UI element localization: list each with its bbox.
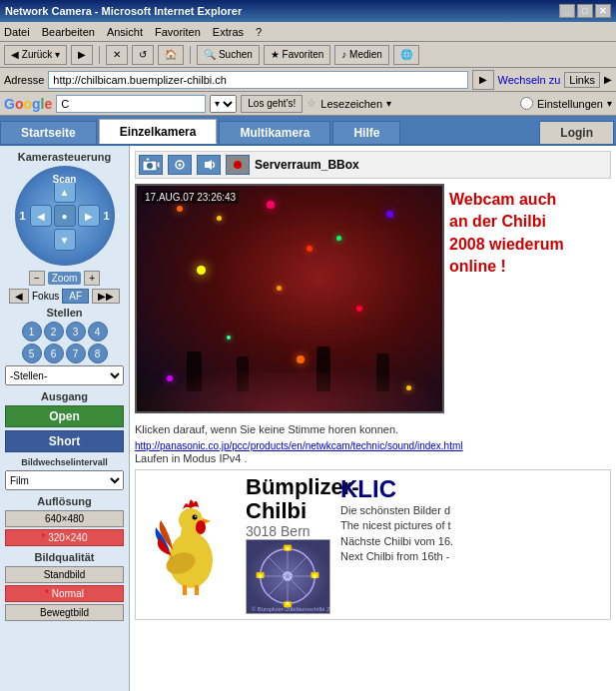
separator-2 (190, 46, 191, 64)
open-button[interactable]: Open (5, 405, 124, 427)
home-button[interactable]: 🏠 (158, 45, 184, 65)
minimize-button[interactable]: _ (559, 4, 575, 18)
center-button[interactable]: ● (54, 205, 76, 227)
search-button[interactable]: 🔍 Suchen (197, 45, 260, 65)
arrow-pad: ▲ ◀ ● ▶ ▼ (30, 181, 100, 251)
ausgang-section: Ausgang Open Short (5, 390, 124, 452)
separator-1 (99, 46, 100, 64)
google-bar: Google ▾ Los geht's! ☆ Lesezeichen ▾ Ein… (0, 92, 616, 116)
bildwechsel-section: Bildwechselintervall Film (5, 457, 124, 490)
camera-header: Serverraum_BBox (135, 151, 611, 179)
camera-view[interactable]: 17.AUG.07 23:26:43 (135, 184, 444, 413)
qual-normal-btn[interactable]: * Normal (5, 585, 124, 602)
stop-button[interactable]: ✕ (106, 45, 128, 65)
einstellungen-arrow[interactable]: ▾ (607, 98, 612, 109)
menu-ansicht[interactable]: Ansicht (107, 26, 143, 38)
banner-image: © Bümplizer-Jubiläumschilbi 2007 (246, 539, 330, 614)
stellen-btn-3[interactable]: 3 (66, 322, 86, 342)
main-content: Kamerasteuerung Scan 1 1 ▲ ◀ ● ▶ ▼ (0, 146, 616, 691)
refresh-button[interactable]: ↺ (132, 45, 154, 65)
stellen-btn-4[interactable]: 4 (88, 322, 108, 342)
tab-hilfe[interactable]: Hilfe (332, 121, 400, 144)
zoom-plus-btn[interactable]: + (84, 271, 100, 286)
einstellungen-btn[interactable]: Einstellungen (537, 98, 603, 110)
svg-point-13 (193, 515, 198, 520)
address-label: Adresse (4, 74, 44, 86)
ausgang-title: Ausgang (5, 390, 124, 402)
qual-bewegtbild-btn[interactable]: Bewegtbild (5, 604, 124, 621)
maximize-button[interactable]: □ (577, 4, 593, 18)
af-button[interactable]: AF (62, 289, 89, 304)
history-button[interactable]: 🌐 (393, 45, 419, 65)
tab-multikamera[interactable]: Multikamera (219, 121, 330, 144)
stellen-select[interactable]: -Stellen- (5, 365, 124, 385)
links-arrow[interactable]: ▶ (604, 74, 612, 85)
google-options-select[interactable]: ▾ (210, 95, 237, 113)
fokus-far-btn[interactable]: ▶▶ (92, 289, 120, 304)
address-input[interactable] (48, 71, 467, 89)
stellen-btn-1[interactable]: 1 (22, 322, 42, 342)
left-button[interactable]: ◀ (30, 205, 52, 227)
lesezeichen-arrow[interactable]: ▾ (386, 98, 391, 109)
menu-bar: Datei Bearbeiten Ansicht Favoriten Extra… (0, 22, 616, 42)
window-controls[interactable]: _ □ ✕ (559, 4, 611, 18)
record-icon[interactable] (226, 155, 250, 175)
links-btn[interactable]: Links (564, 72, 600, 88)
favorites-button[interactable]: ★ Favoriten (264, 45, 330, 65)
banner-klic-text: KLIC (340, 475, 605, 503)
lesezeichen-star: ☆ (307, 97, 316, 110)
banner-title: Bümplizer-Chilbi (246, 475, 335, 523)
settings-icon[interactable] (168, 155, 192, 175)
corner-br (78, 229, 100, 251)
forward-button[interactable]: ▶ (71, 45, 93, 65)
stellen-row-1: 1 2 3 4 (5, 322, 124, 342)
stellen-btn-7[interactable]: 7 (66, 344, 86, 363)
svg-point-37 (286, 602, 290, 606)
google-go-button[interactable]: Los geht's! (241, 95, 303, 113)
short-button[interactable]: Short (5, 430, 124, 452)
menu-datei[interactable]: Datei (4, 26, 30, 38)
res-640-button[interactable]: 640×480 (5, 510, 124, 527)
back-button[interactable]: ◀ Zurück ▾ (4, 45, 67, 65)
right-button[interactable]: ▶ (78, 205, 100, 227)
scan-ring[interactable]: Scan 1 1 ▲ ◀ ● ▶ ▼ (15, 166, 115, 266)
tab-einzelkamera[interactable]: Einzelkamera (99, 119, 218, 144)
camera-icon (139, 155, 163, 175)
stellen-btn-5[interactable]: 5 (22, 344, 42, 363)
stellen-btn-2[interactable]: 2 (44, 322, 64, 342)
menu-extras[interactable]: Extras (213, 26, 244, 38)
lesezeichen-btn[interactable]: Lesezeichen (320, 98, 382, 110)
media-button[interactable]: ♪ Medien (334, 45, 389, 65)
film-select[interactable]: Film (5, 470, 124, 490)
google-search-input[interactable] (56, 95, 206, 113)
menu-favoriten[interactable]: Favoriten (155, 26, 201, 38)
einstellungen-radio[interactable] (520, 97, 533, 110)
toolbar: ◀ Zurück ▾ ▶ ✕ ↺ 🏠 🔍 Suchen ★ Favoriten … (0, 42, 616, 68)
go-button[interactable]: ▶ (472, 70, 494, 90)
zoom-row: − Zoom + (5, 271, 124, 286)
corner-tl (30, 181, 52, 203)
zoom-minus-btn[interactable]: − (29, 271, 45, 286)
menu-help[interactable]: ? (256, 26, 262, 38)
close-button[interactable]: ✕ (595, 4, 611, 18)
stellen-btn-8[interactable]: 8 (88, 344, 108, 363)
banner-middle: Bümplizer-Chilbi 3018 Bern (246, 475, 335, 614)
camera-controls: Scan 1 1 ▲ ◀ ● ▶ ▼ (5, 166, 124, 266)
qual-standbild-btn[interactable]: Standbild (5, 566, 124, 583)
tab-startseite[interactable]: Startseite (0, 121, 97, 144)
title-bar: Network Camera - Microsoft Internet Expl… (0, 0, 616, 22)
fokus-near-btn[interactable]: ◀ (9, 289, 29, 304)
window-title: Network Camera - Microsoft Internet Expl… (5, 5, 242, 17)
down-button[interactable]: ▼ (54, 229, 76, 251)
tab-login[interactable]: Login (539, 121, 614, 144)
audio-icon[interactable] (197, 155, 221, 175)
wechseln-link[interactable]: Wechseln zu (498, 74, 561, 86)
menu-bearbeiten[interactable]: Bearbeiten (42, 26, 95, 38)
aufloesung-section: Auflösung 640×480 * 320×240 (5, 495, 124, 546)
svg-point-36 (312, 574, 316, 578)
stellen-btn-6[interactable]: 6 (44, 344, 64, 363)
res-320-button[interactable]: * 320×240 (5, 529, 124, 546)
click-link[interactable]: http://panasonic.co.jp/pcc/products/en/n… (135, 440, 463, 451)
laufen-text: Laufen in Modus IPv4 . (135, 452, 611, 464)
asterisk-normal-icon: * (45, 588, 49, 599)
